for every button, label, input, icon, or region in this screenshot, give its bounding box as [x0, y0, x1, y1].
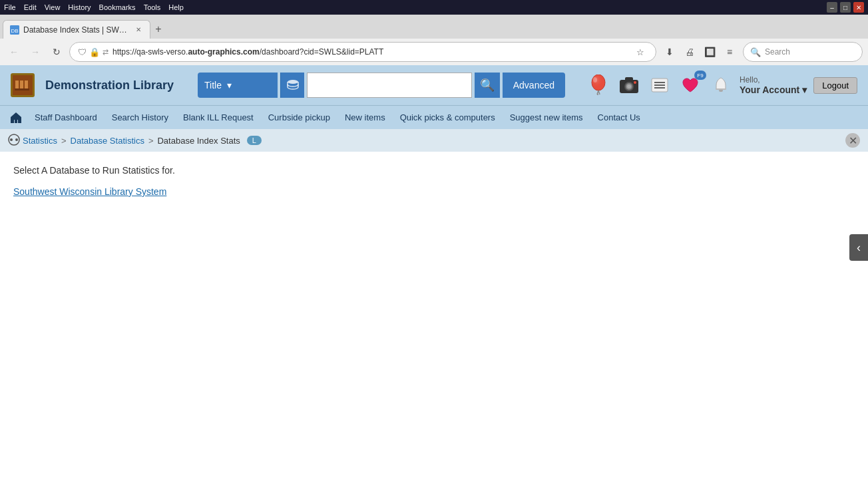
new-tab-button[interactable]: +	[150, 21, 166, 37]
menu-file[interactable]: File	[4, 3, 16, 11]
print-button[interactable]: 🖨	[680, 43, 699, 61]
address-bar[interactable]: 🛡 🔒 ⇄ https://qa-swls-verso.auto-graphic…	[69, 42, 656, 62]
browser-tab[interactable]: DB Database Index Stats | SWLS | pl... ✕	[3, 20, 150, 39]
svg-point-12	[592, 75, 605, 90]
address-bar-row: ← → ↻ 🛡 🔒 ⇄ https://qa-swls-verso.auto-g…	[0, 39, 868, 65]
refresh-button[interactable]: ↻	[48, 43, 65, 61]
svg-text:DB: DB	[11, 28, 18, 34]
browser-search-label: Search	[765, 47, 790, 57]
close-button[interactable]: ✕	[853, 2, 864, 13]
page-heading: Select A Database to Run Statistics for.	[13, 165, 855, 176]
tab-bar: DB Database Index Stats | SWLS | pl... ✕…	[0, 15, 868, 39]
chevron-down-icon: ▾	[802, 84, 807, 95]
search-type-select[interactable]: Title ▾	[198, 73, 278, 98]
tab-title: Database Index Stats | SWLS | pl...	[23, 25, 130, 35]
address-path: /dashboard?cid=SWLS&lid=PLATT	[260, 47, 384, 57]
menu-history[interactable]: History	[68, 3, 91, 11]
breadcrumb-sep-2: >	[148, 136, 154, 146]
your-account-label: Your Account ▾	[740, 84, 807, 95]
svg-rect-4	[20, 81, 23, 90]
nav-quick-picks[interactable]: Quick picks & computers	[393, 108, 502, 126]
svg-rect-5	[25, 81, 28, 90]
tab-favicon: DB	[10, 25, 19, 35]
library-logo-inner	[13, 75, 33, 95]
title-bar-menus[interactable]: File Edit View History Bookmarks Tools H…	[4, 3, 184, 11]
svg-point-18	[634, 81, 636, 84]
account-section[interactable]: Hello, Your Account ▾	[740, 75, 807, 95]
title-bar: File Edit View History Bookmarks Tools H…	[0, 0, 868, 15]
svg-point-7	[288, 80, 298, 84]
svg-point-16	[627, 84, 631, 88]
address-bar-right: ☆	[633, 45, 648, 59]
nav-contact-us[interactable]: Contact Us	[591, 108, 647, 126]
breadcrumb-database-statistics[interactable]: Database Statistics	[71, 136, 144, 146]
database-link[interactable]: Southwest Wisconsin Library System	[13, 186, 166, 197]
nav-curbside-pickup[interactable]: Curbside pickup	[262, 108, 337, 126]
breadcrumb-icon	[8, 134, 20, 148]
search-input[interactable]	[308, 73, 471, 97]
svg-point-27	[10, 138, 13, 141]
bookmark-button[interactable]: ⬇	[660, 43, 679, 61]
forward-button[interactable]: →	[27, 43, 44, 61]
shield-icon: 🛡	[78, 47, 87, 57]
menu-edit[interactable]: Edit	[24, 3, 37, 11]
list-icon-button[interactable]	[648, 73, 672, 97]
bookmark-star-button[interactable]: ☆	[633, 45, 648, 59]
advanced-button[interactable]: Advanced	[503, 73, 565, 98]
maximize-button[interactable]: □	[840, 2, 851, 13]
breadcrumb-statistics[interactable]: Statistics	[23, 136, 57, 146]
menu-tools[interactable]: Tools	[144, 3, 161, 11]
search-icon: 🔍	[750, 47, 761, 57]
breadcrumb-close-button[interactable]: ✕	[845, 133, 860, 148]
tab-close-button[interactable]: ✕	[134, 25, 143, 35]
menu-view[interactable]: View	[45, 3, 61, 11]
main-content: Select A Database to Run Statistics for.…	[0, 152, 868, 418]
back-button[interactable]: ←	[5, 43, 23, 61]
nav-blank-ill-request[interactable]: Blank ILL Request	[176, 108, 260, 126]
menu-help[interactable]: Help	[168, 3, 184, 11]
window-controls[interactable]: – □ ✕	[827, 2, 864, 13]
balloon-icon-button[interactable]	[586, 73, 610, 97]
home-nav-button[interactable]	[5, 107, 27, 128]
breadcrumb-badge: L	[247, 136, 262, 145]
svg-rect-25	[15, 120, 17, 123]
header-icons: F9 Hello, Your Account ▾ Logout	[586, 73, 857, 97]
chevron-down-icon: ▾	[227, 80, 232, 90]
breadcrumb-bar: Statistics > Database Statistics > Datab…	[0, 129, 868, 152]
search-database-button[interactable]	[280, 73, 304, 98]
breadcrumb-sep-1: >	[61, 136, 67, 146]
library-name: Demonstration Library	[45, 79, 174, 92]
search-button[interactable]: 🔍	[475, 73, 500, 98]
extension-button[interactable]: 🔲	[700, 43, 719, 61]
search-input-wrap	[307, 73, 472, 98]
address-text: https://qa-swls-verso.auto-graphics.com/…	[112, 47, 629, 57]
browser-action-buttons: ⬇ 🖨 🔲 ≡	[660, 43, 739, 61]
nav-new-items[interactable]: New items	[338, 108, 392, 126]
nav-staff-dashboard[interactable]: Staff Dashboard	[28, 108, 104, 126]
breadcrumb-current: Database Index Stats	[157, 136, 240, 146]
search-type-label: Title	[204, 80, 222, 90]
lock-icon: 🔒	[89, 47, 100, 57]
camera-icon-button[interactable]	[617, 73, 641, 97]
search-magnifier-icon: 🔍	[480, 78, 495, 92]
logout-button[interactable]: Logout	[813, 77, 857, 94]
address-domain: auto-graphics.com	[188, 47, 259, 57]
browser-search-bar[interactable]: 🔍 Search	[743, 42, 863, 62]
svg-rect-24	[716, 88, 726, 90]
swap-icon: ⇄	[103, 48, 108, 57]
nav-search-history[interactable]: Search History	[105, 108, 175, 126]
minimize-button[interactable]: –	[827, 2, 837, 13]
svg-point-28	[15, 138, 18, 141]
search-container: Title ▾ 🔍 Advanced	[198, 73, 565, 98]
nav-suggest-new-items[interactable]: Suggest new items	[503, 108, 590, 126]
library-logo	[11, 73, 35, 97]
address-protocol: https://qa-swls-verso.	[112, 47, 188, 57]
menu-bookmarks[interactable]: Bookmarks	[99, 3, 136, 11]
svg-rect-3	[15, 81, 19, 90]
svg-rect-6	[15, 88, 29, 90]
heart-icon-button[interactable]: F9	[678, 73, 702, 97]
menu-button[interactable]: ≡	[720, 43, 739, 61]
heart-badge: F9	[694, 71, 706, 80]
bell-icon-button[interactable]	[709, 73, 733, 97]
side-toggle-button[interactable]: ‹	[849, 234, 868, 261]
